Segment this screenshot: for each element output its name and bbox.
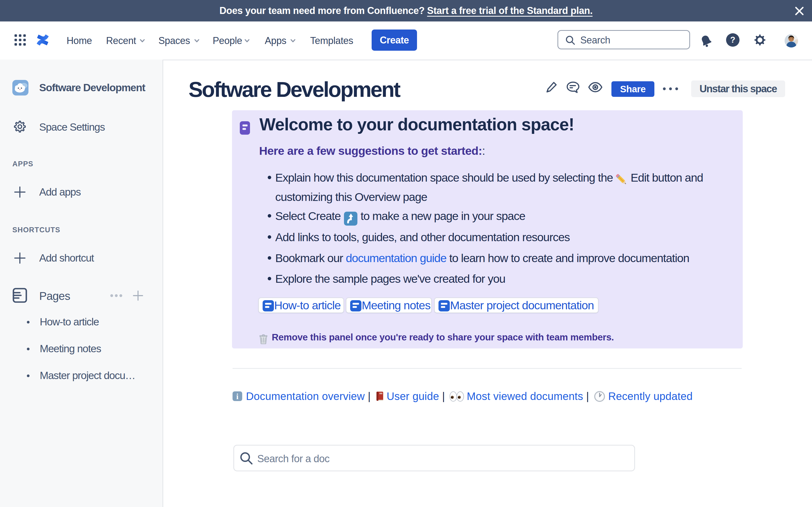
svg-text:i: i: [236, 392, 239, 401]
svg-text:?: ?: [730, 35, 735, 45]
